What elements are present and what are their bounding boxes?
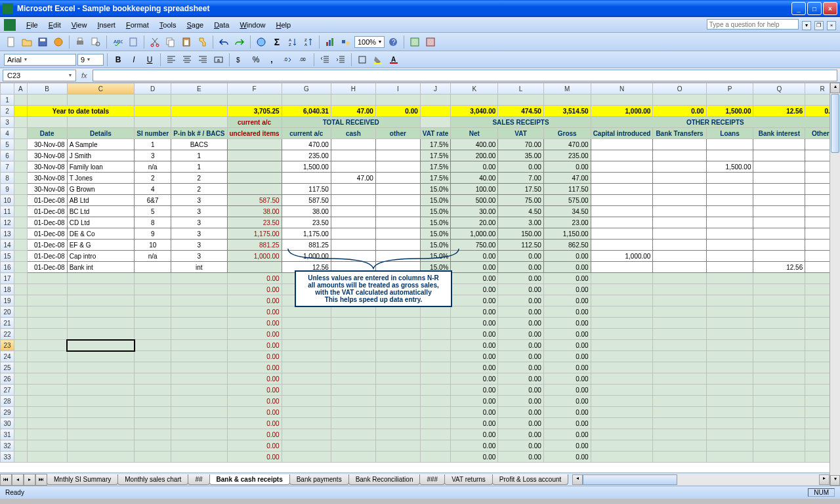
undo-icon[interactable]	[217, 35, 231, 49]
custom-btn-1-icon[interactable]	[408, 35, 422, 49]
row-header[interactable]: 11	[1, 206, 14, 217]
menu-tools[interactable]: Tools	[154, 19, 182, 31]
scroll-up-button[interactable]: ▴	[830, 83, 840, 93]
sheet-tab[interactable]: Monthly sales chart	[117, 474, 188, 485]
formula-input[interactable]	[93, 70, 837, 81]
print-icon[interactable]	[73, 35, 87, 49]
spelling-icon[interactable]: ABC	[110, 35, 125, 49]
hscroll-left[interactable]: ◂	[572, 474, 583, 485]
col-header-P[interactable]: P	[706, 83, 753, 94]
col-header-D[interactable]: D	[135, 83, 171, 94]
row-header[interactable]: 29	[1, 407, 14, 418]
drawing-icon[interactable]	[339, 35, 353, 49]
tab-nav-last[interactable]: ⏭	[35, 474, 47, 486]
col-header-C[interactable]: C	[67, 83, 135, 94]
new-icon[interactable]	[4, 35, 18, 49]
row-header[interactable]: 28	[1, 396, 14, 407]
align-center-icon[interactable]	[180, 52, 194, 67]
row-header[interactable]: 7	[1, 161, 14, 173]
col-header-N[interactable]: N	[591, 83, 653, 94]
align-left-icon[interactable]	[164, 52, 178, 67]
permission-icon[interactable]	[51, 35, 66, 49]
print-preview-icon[interactable]	[89, 35, 103, 49]
row-header[interactable]: 3	[1, 117, 14, 128]
increase-decimal-icon[interactable]: .0	[280, 52, 295, 67]
menu-window[interactable]: Window	[234, 19, 270, 31]
paste-icon[interactable]	[179, 35, 194, 49]
copy-icon[interactable]	[163, 35, 178, 49]
sort-desc-icon[interactable]: ZA	[301, 35, 316, 49]
row-header[interactable]: 8	[1, 173, 14, 184]
col-header-H[interactable]: H	[331, 83, 375, 94]
maximize-button[interactable]: □	[807, 2, 822, 15]
row-header[interactable]: 23	[1, 340, 14, 351]
percent-icon[interactable]: %	[249, 52, 263, 67]
row-header[interactable]: 5	[1, 139, 14, 150]
decrease-decimal-icon[interactable]: .00	[296, 52, 310, 67]
row-header[interactable]: 24	[1, 351, 14, 362]
row-header[interactable]: 26	[1, 373, 14, 385]
row-header[interactable]: 16	[1, 262, 14, 273]
fx-icon[interactable]: fx	[81, 72, 87, 79]
close-workbook-button[interactable]: ×	[827, 21, 836, 30]
col-header-J[interactable]: J	[420, 83, 451, 94]
col-header-I[interactable]: I	[375, 83, 420, 94]
scroll-down-button[interactable]: ▾	[830, 475, 840, 486]
align-right-icon[interactable]	[196, 52, 210, 67]
row-header[interactable]: 32	[1, 440, 14, 452]
hyperlink-icon[interactable]	[254, 35, 268, 49]
scroll-thumb[interactable]	[831, 94, 839, 153]
font-color-icon[interactable]: A	[387, 52, 401, 67]
col-header-F[interactable]: F	[227, 83, 282, 94]
sheet-tab[interactable]: ##	[188, 474, 209, 485]
row-header[interactable]: 14	[1, 240, 14, 251]
row-header[interactable]: 19	[1, 295, 14, 306]
italic-button[interactable]: I	[127, 52, 141, 67]
row-header[interactable]: 21	[1, 318, 14, 329]
menu-insert[interactable]: Insert	[92, 19, 121, 31]
row-header[interactable]: 20	[1, 306, 14, 318]
sheet-tab[interactable]: Profit & Loss account	[492, 474, 569, 485]
col-header-Q[interactable]: Q	[753, 83, 805, 94]
hscroll-right[interactable]: ▸	[819, 474, 830, 485]
fill-color-icon[interactable]	[371, 52, 385, 67]
horizontal-scrollbar[interactable]: ◂ ▸	[572, 474, 830, 485]
menu-help[interactable]: Help	[271, 19, 297, 31]
close-button[interactable]: ×	[823, 2, 837, 15]
row-header[interactable]: 4	[1, 128, 14, 139]
cut-icon[interactable]	[148, 35, 162, 49]
row-header[interactable]: 12	[1, 217, 14, 228]
decrease-indent-icon[interactable]	[318, 52, 332, 67]
menu-edit[interactable]: Edit	[43, 19, 66, 31]
font-combo[interactable]: Arial▾	[4, 54, 76, 66]
help-search-input[interactable]	[707, 19, 799, 30]
row-header[interactable]: 17	[1, 273, 14, 284]
row-header[interactable]: 9	[1, 184, 14, 195]
row-header[interactable]: 31	[1, 429, 14, 440]
borders-icon[interactable]	[355, 52, 369, 67]
redo-icon[interactable]	[232, 35, 247, 49]
save-icon[interactable]	[35, 35, 50, 49]
dropdown-icon[interactable]: ▾	[802, 21, 811, 30]
name-box[interactable]: C23▾	[3, 70, 76, 81]
sheet-tab[interactable]: ###	[419, 474, 445, 485]
custom-btn-2-icon[interactable]	[423, 35, 438, 49]
currency-icon[interactable]: $	[233, 52, 247, 67]
hscroll-thumb[interactable]	[583, 474, 677, 485]
sheet-tab[interactable]: Bank & cash receipts	[209, 474, 290, 485]
row-header[interactable]: 18	[1, 284, 14, 295]
bold-button[interactable]: B	[111, 52, 125, 67]
col-header-K[interactable]: K	[451, 83, 498, 94]
col-header-B[interactable]: B	[27, 83, 67, 94]
underline-button[interactable]: U	[142, 52, 157, 67]
row-header[interactable]: 13	[1, 228, 14, 240]
vertical-scrollbar[interactable]: ▴ ▾	[830, 83, 840, 486]
tab-nav-prev[interactable]: ◂	[12, 474, 24, 486]
menu-sage[interactable]: Sage	[181, 19, 209, 31]
restore-workbook-button[interactable]: ❐	[814, 21, 824, 30]
comma-style-icon[interactable]: ,	[264, 52, 279, 67]
row-header[interactable]: 6	[1, 150, 14, 161]
spreadsheet-grid[interactable]: ABCDEFGHIJKLMNOPQR12Year to date totals3…	[0, 83, 840, 486]
col-header-M[interactable]: M	[543, 83, 591, 94]
col-header-G[interactable]: G	[282, 83, 331, 94]
